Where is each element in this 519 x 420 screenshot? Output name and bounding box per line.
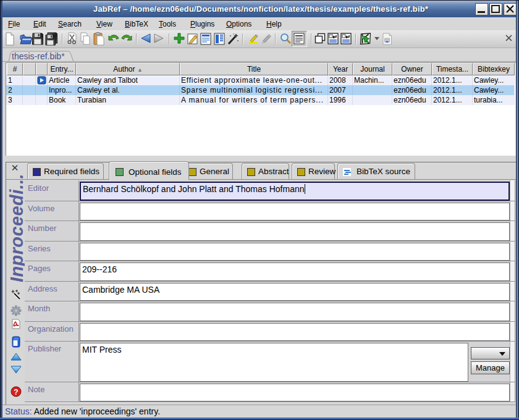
svg-text:?: ? [14,388,18,397]
